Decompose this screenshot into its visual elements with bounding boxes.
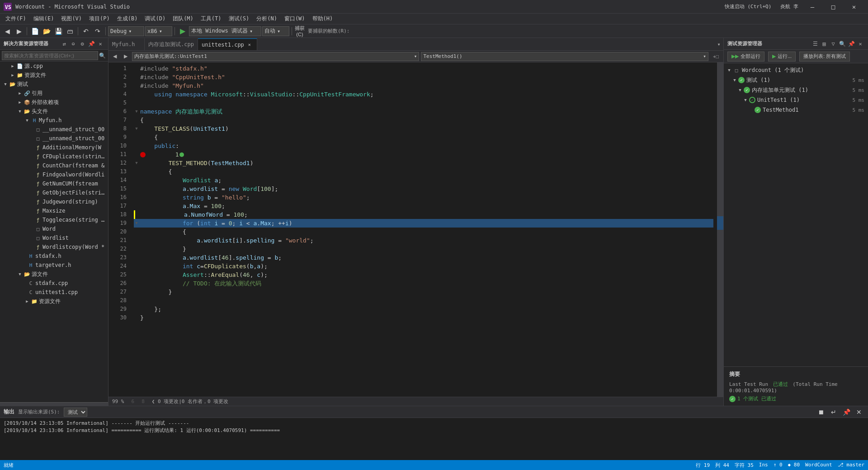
tab-myfun[interactable]: Myfun.h [108, 38, 145, 50]
save-all-button[interactable]: 🗃 [65, 26, 75, 37]
menu-build[interactable]: 生成(B) [113, 14, 142, 24]
forward-button[interactable]: ▶ [14, 26, 24, 37]
output-clear-btn[interactable]: ⏹ [816, 407, 826, 418]
tree-item-getobjfile[interactable]: ƒ GetObjectFile(string & [0, 188, 108, 197]
tree-item-maxsize[interactable]: ƒ Maxsize [0, 206, 108, 215]
tree-item-addmem[interactable]: ƒ AdditionalMemory(W [0, 143, 108, 152]
fold-button[interactable]: ▼ [134, 221, 139, 226]
output-close-btn[interactable]: ✕ [854, 407, 864, 418]
method-dropdown[interactable]: TestMethod1() ▾ [421, 52, 708, 61]
output-source-select[interactable]: 测试 [64, 408, 87, 417]
tree-item-headers[interactable]: ▼ 📂 头文件 [0, 107, 108, 116]
tree-item-struct1[interactable]: □ __unnamed_struct_00 [0, 125, 108, 134]
start-button[interactable]: ▶ [177, 26, 188, 37]
open-button[interactable]: 📂 [41, 26, 52, 37]
save-button[interactable]: 💾 [53, 26, 64, 37]
tree-item-source-cpp[interactable]: ▶ 📄 源.cpp [0, 62, 108, 71]
test-search-btn[interactable]: 🔍 [838, 40, 846, 48]
menu-window[interactable]: 窗口(W) [281, 14, 309, 24]
test-node-1[interactable]: ▼ ✓ 内存追加单元测试 (1) 5 ms [724, 85, 868, 95]
menu-tools[interactable]: 工具(T) [197, 14, 225, 24]
undo-button[interactable]: ↶ [80, 26, 91, 37]
minimize-button[interactable]: — [802, 0, 823, 14]
tree-item-resource[interactable]: ▶ 📁 资源文件 [0, 71, 108, 80]
menu-project[interactable]: 项目(P) [85, 14, 113, 24]
close-panel-button[interactable]: ✕ [96, 40, 104, 48]
menu-team[interactable]: 团队(M) [169, 14, 197, 24]
pin-button[interactable]: 📌 [87, 40, 95, 48]
tree-item-test[interactable]: ▼ 📂 测试 [0, 80, 108, 89]
menu-debug[interactable]: 调试(D) [141, 14, 169, 24]
run-all-button[interactable]: ▶▶ 全部运行 [727, 52, 764, 62]
playlist-button[interactable]: 播放列表: 所有测试 [799, 52, 850, 62]
tree-item-unittest1-cpp[interactable]: C unittest1.cpp [0, 288, 108, 297]
test-node-3[interactable]: ✓ TestMethod1 5 ms [724, 105, 868, 115]
output-wrap-btn[interactable]: ↵ [828, 407, 839, 418]
new-project-button[interactable]: 📄 [29, 26, 40, 37]
tree-item-stdafx-h[interactable]: H stdafx.h [0, 252, 108, 261]
tree-item-stdafx-cpp[interactable]: C stdafx.cpp [0, 279, 108, 288]
tab-memory-test[interactable]: 内存追加测试.cpp [145, 38, 198, 50]
tree-item-countchar[interactable]: ƒ CountChar(fstream & [0, 161, 108, 170]
nav-back-btn[interactable]: ◀ [110, 52, 119, 61]
tree-item-res-folder[interactable]: ▶ 📁 资源文件 [0, 297, 108, 306]
debug-config-dropdown[interactable]: Debug ▾ [108, 26, 144, 36]
menu-help[interactable]: 帮助(H) [309, 14, 337, 24]
solution-hscrollbar[interactable] [0, 402, 108, 406]
test-filter-btn[interactable]: ▽ [829, 40, 837, 48]
close-button[interactable]: ✕ [844, 0, 864, 14]
quick-launch[interactable]: 快速启动 (Ctrl+Q) [725, 3, 772, 10]
menu-edit[interactable]: 编辑(E) [30, 14, 58, 24]
tree-item-word[interactable]: □ Word [0, 224, 108, 233]
properties-button[interactable]: ⚙ [78, 40, 86, 48]
fold-button[interactable]: ▼ [134, 109, 139, 114]
test-icons-btn[interactable]: ☰ [811, 40, 819, 48]
tab-close-icon[interactable]: ✕ [246, 41, 253, 48]
menu-analyze[interactable]: 分析(N) [253, 14, 281, 24]
test-pin-btn[interactable]: 📌 [847, 40, 855, 48]
tree-item-ref[interactable]: ▶ 🔗 引用 [0, 89, 108, 98]
namespace-dropdown[interactable]: 内存追加单元测试::UnitTest1 ▾ [132, 52, 419, 61]
run-button[interactable]: ▶ 运行... [768, 52, 796, 62]
fold-button[interactable]: ▼ [134, 161, 139, 166]
code-scrollbar[interactable] [717, 62, 723, 397]
maximize-button[interactable]: □ [823, 0, 844, 14]
code-content[interactable]: #include "stdafx.h"#include "CppUnitTest… [130, 62, 717, 397]
test-root-node[interactable]: ▼ □ Wordcount (1 个测试) [724, 65, 868, 75]
tree-item-wordlist[interactable]: □ Wordlist [0, 233, 108, 242]
tree-item-myfun[interactable]: ▼ H Myfun.h [0, 116, 108, 125]
tree-item-deps[interactable]: ▶ 📦 外部依赖项 [0, 98, 108, 107]
tab-dropdown-button[interactable]: ▾ [714, 38, 723, 50]
fold-button[interactable]: ▼ [134, 126, 139, 132]
sync-button[interactable]: ⇄ [60, 40, 68, 48]
solution-search-icon[interactable]: 🔍 [98, 52, 106, 60]
output-pin-btn[interactable]: 📌 [841, 407, 852, 418]
tree-item-getnumcum[interactable]: ƒ GetNumCUM(fstream [0, 179, 108, 188]
tab-unittest1[interactable]: unittest1.cpp ✕ [198, 38, 257, 50]
auto-dropdown[interactable]: 自动 ▾ [262, 26, 289, 36]
collapse-button[interactable]: ⊖ [69, 40, 77, 48]
tree-item-wordlistcopy[interactable]: ƒ Wordlistcopy(Word * [0, 242, 108, 252]
tree-item-struct2[interactable]: □ __unnamed_struct_00 [0, 134, 108, 143]
test-group-btn[interactable]: ▤ [820, 40, 828, 48]
tree-item-togglecase[interactable]: ƒ Togglecase(string &) [0, 215, 108, 224]
solution-search-input[interactable] [2, 51, 98, 60]
test-close-btn[interactable]: ✕ [856, 40, 864, 48]
tree-item-targetver-h[interactable]: H targetver.h [0, 261, 108, 270]
back-button[interactable]: ◀ [2, 26, 13, 37]
runner-dropdown[interactable]: 本地 Windows 调试器 ▾ [189, 26, 261, 36]
nav-expand-btn[interactable]: +□ [710, 52, 722, 61]
tree-item-judgeword[interactable]: ƒ Judgeword(string) [0, 197, 108, 206]
tree-item-src-folder[interactable]: ▼ 📂 源文件 [0, 270, 108, 279]
redo-button[interactable]: ↷ [92, 26, 103, 37]
tree-item-cfdups[interactable]: ƒ CFDuplicates(string,V [0, 152, 108, 161]
nav-forward-btn[interactable]: ▶ [121, 52, 130, 61]
test-node-0[interactable]: ▼ ✓ 测试 (1) 5 ms [724, 75, 868, 85]
menu-file[interactable]: 文件(F) [2, 14, 30, 24]
tree-item-findgoal[interactable]: ƒ Findgoalword(Wordli [0, 170, 108, 179]
menu-view[interactable]: 视图(V) [57, 14, 85, 24]
test-node-2[interactable]: ▼ ✓ UnitTest1 (1) 5 ms [724, 95, 868, 105]
capture-button[interactable]: 捕获(C) [294, 26, 305, 37]
platform-dropdown[interactable]: x86 ▾ [145, 26, 172, 36]
menu-test[interactable]: 测试(S) [225, 14, 253, 24]
